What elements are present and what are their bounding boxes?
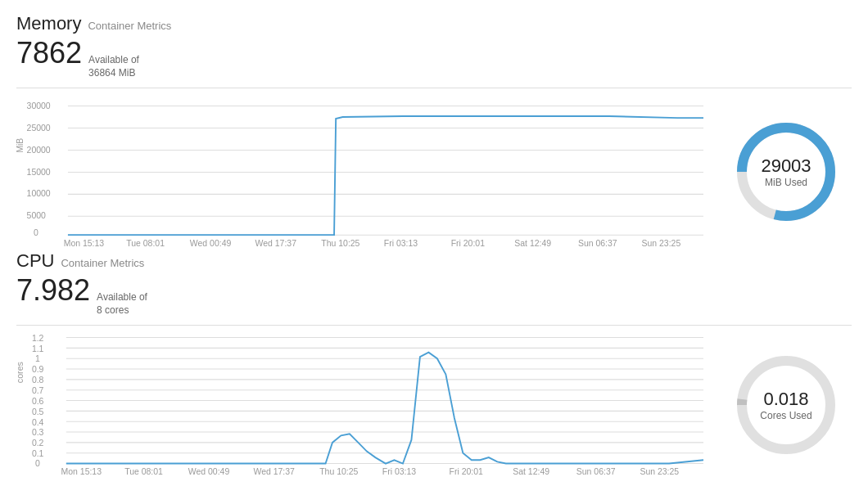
memory-donut-center: 29003 MiB Used xyxy=(761,155,811,188)
memory-donut-unit: MiB Used xyxy=(761,177,811,188)
svg-text:15000: 15000 xyxy=(27,168,51,177)
svg-text:Thu 10:25: Thu 10:25 xyxy=(319,467,358,477)
memory-donut-chart: 29003 MiB Used xyxy=(729,115,843,229)
cpu-divider xyxy=(16,325,852,326)
cpu-value: 7.982 xyxy=(16,273,90,308)
svg-text:0.6: 0.6 xyxy=(32,396,44,406)
svg-text:20000: 20000 xyxy=(27,146,51,155)
svg-text:0: 0 xyxy=(34,228,38,237)
cpu-donut: 0.018 Cores Used xyxy=(721,331,852,479)
cpu-donut-unit: Cores Used xyxy=(760,410,811,421)
svg-text:cores: cores xyxy=(16,362,25,383)
memory-donut-value: 29003 xyxy=(761,155,811,177)
svg-text:Tue 08:01: Tue 08:01 xyxy=(126,239,165,248)
memory-divider xyxy=(16,88,852,88)
svg-text:Sat 12:49: Sat 12:49 xyxy=(513,467,549,477)
svg-text:Wed 17:37: Wed 17:37 xyxy=(253,467,295,477)
svg-text:MiB: MiB xyxy=(16,138,25,153)
memory-metric-row: 7862 Available of 36864 MiB xyxy=(16,36,852,79)
cpu-section: CPU Container Metrics 7.982 Available of… xyxy=(16,250,852,479)
cpu-metric-row: 7.982 Available of 8 cores xyxy=(16,273,852,317)
svg-text:Fri 20:01: Fri 20:01 xyxy=(450,467,483,477)
svg-text:Tue 08:01: Tue 08:01 xyxy=(124,467,163,477)
cpu-chart: cores 1.2 1.1 1 0.9 0.8 0.7 0.6 0.5 0.4 … xyxy=(16,331,721,479)
svg-text:Sun 23:25: Sun 23:25 xyxy=(640,467,679,477)
memory-chart-area: MiB 30000 25000 20000 15000 10000 5000 0 xyxy=(16,93,852,250)
svg-text:0: 0 xyxy=(35,458,40,468)
memory-subtitle: Container Metrics xyxy=(88,20,171,32)
svg-text:Fri 03:13: Fri 03:13 xyxy=(384,239,418,248)
svg-text:0.3: 0.3 xyxy=(32,427,44,437)
svg-text:0.4: 0.4 xyxy=(32,417,44,427)
svg-text:Wed 00:49: Wed 00:49 xyxy=(188,467,230,477)
cpu-donut-center: 0.018 Cores Used xyxy=(760,389,811,421)
main-page: Memory Container Metrics 7862 Available … xyxy=(0,0,868,495)
svg-text:0.9: 0.9 xyxy=(32,364,44,374)
memory-donut: 29003 MiB Used xyxy=(721,93,852,250)
svg-text:Wed 17:37: Wed 17:37 xyxy=(255,239,297,248)
svg-text:0.1: 0.1 xyxy=(32,448,44,458)
svg-text:25000: 25000 xyxy=(27,124,51,133)
svg-text:30000: 30000 xyxy=(27,101,51,110)
svg-text:Thu 10:25: Thu 10:25 xyxy=(321,239,359,248)
cpu-title: CPU xyxy=(16,250,54,272)
cpu-donut-chart: 0.018 Cores Used xyxy=(729,348,843,462)
svg-text:Fri 03:13: Fri 03:13 xyxy=(382,467,416,477)
memory-available: Available of 36864 MiB xyxy=(88,54,139,79)
svg-text:5000: 5000 xyxy=(27,212,46,221)
svg-text:Wed 00:49: Wed 00:49 xyxy=(190,239,232,248)
cpu-chart-area: cores 1.2 1.1 1 0.9 0.8 0.7 0.6 0.5 0.4 … xyxy=(16,331,852,479)
cpu-donut-value: 0.018 xyxy=(760,389,811,410)
svg-text:Sun 06:37: Sun 06:37 xyxy=(576,467,616,477)
memory-title: Memory xyxy=(16,13,81,34)
svg-text:0.2: 0.2 xyxy=(32,438,44,448)
svg-text:Mon 15:13: Mon 15:13 xyxy=(64,239,105,248)
svg-text:1.2: 1.2 xyxy=(32,333,44,343)
svg-text:0.8: 0.8 xyxy=(32,375,44,385)
memory-value: 7862 xyxy=(16,36,82,70)
svg-text:1.1: 1.1 xyxy=(32,344,44,353)
svg-text:0.7: 0.7 xyxy=(32,385,44,395)
cpu-header: CPU Container Metrics xyxy=(16,250,852,272)
svg-text:1: 1 xyxy=(35,354,40,364)
svg-text:Sun 23:25: Sun 23:25 xyxy=(642,239,681,248)
svg-text:0.5: 0.5 xyxy=(32,407,44,416)
svg-text:Mon 15:13: Mon 15:13 xyxy=(61,467,102,477)
cpu-available: Available of 8 cores xyxy=(97,291,147,317)
memory-section: Memory Container Metrics 7862 Available … xyxy=(16,13,852,250)
cpu-subtitle: Container Metrics xyxy=(61,257,144,269)
svg-text:10000: 10000 xyxy=(27,190,51,199)
cpu-chart-svg: cores 1.2 1.1 1 0.9 0.8 0.7 0.6 0.5 0.4 … xyxy=(16,331,721,479)
memory-header: Memory Container Metrics xyxy=(16,13,852,34)
memory-chart: MiB 30000 25000 20000 15000 10000 5000 0 xyxy=(16,93,721,250)
memory-chart-svg: MiB 30000 25000 20000 15000 10000 5000 0 xyxy=(16,93,721,250)
svg-text:Sun 06:37: Sun 06:37 xyxy=(578,239,617,248)
svg-text:Sat 12:49: Sat 12:49 xyxy=(514,239,551,248)
svg-text:Fri 20:01: Fri 20:01 xyxy=(451,239,486,248)
